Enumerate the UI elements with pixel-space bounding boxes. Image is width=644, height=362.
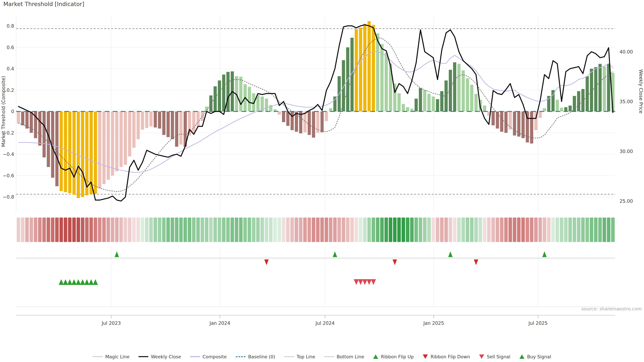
y-left-tick-label: 0.2 [6,87,14,93]
momentum-ribbon [17,218,615,242]
y-left-tick-label: 0.4 [6,66,14,71]
legend-label: Sell Signal [487,354,510,359]
y-right-tick-label: 35.00 [620,99,633,104]
x-tick-label: Jan 2024 [209,321,230,326]
legend-item-ribbon-flip-up: Ribbon Flip Up [373,354,414,359]
legend-label: Magic Line [105,354,130,359]
legend-label: Baseline (0) [248,354,275,359]
y-right-tick-label: 25.00 [620,198,633,204]
triangle-up-icon [373,355,378,359]
buy-signal-marker [63,279,68,285]
buy-signal-marker [80,279,85,285]
legend-label: Buy Signal [527,354,551,359]
legend-label: Weekly Close [151,354,181,359]
y-right-tick-label: 40.00 [620,49,633,55]
x-tick-label: Jan 2025 [423,321,444,326]
ribbon-flip-up-marker [448,251,453,257]
source-note: source: sharemaestro.com [582,306,642,311]
legend-label: Composite [202,354,227,359]
chart-legend: Magic LineWeekly CloseCompositeBaseline … [0,352,644,362]
y-left-tick-label: 0 [11,109,14,114]
ribbon-flip-up-marker [333,251,337,257]
legend-item-bottom-line: Bottom Line [324,354,364,359]
signal-markers [59,251,547,285]
buy-signal-marker [84,279,90,285]
buy-signal-marker [72,279,77,285]
legend-item-weekly-close: Weekly Close [138,354,181,359]
ribbon-flip-up-marker [115,251,119,257]
y-left-axis-title: Market Threshold (Composite) [1,76,6,147]
chart-svg: 0.80.60.40.20−0.2−0.4−0.6−0.8Market Thre… [0,0,644,345]
legend-item-top-line: Top Line [284,354,315,359]
triangle-down-icon [423,355,428,359]
legend-label: Top Line [297,354,315,359]
dotted-line-icon [93,356,103,357]
buy-signal-marker [67,279,72,285]
legend-label: Ribbon Flip Down [430,354,470,359]
solid-line-icon [138,356,148,357]
x-tick-label: Jul 2023 [101,321,121,326]
legend-item-buy-signal: Buy Signal [520,354,551,359]
ribbon-flip-down-marker [264,259,269,265]
legend-item-ribbon-flip-down: Ribbon Flip Down [423,354,470,359]
triangle-up-icon [520,355,524,359]
dotted-line-icon [324,356,334,357]
x-tick-label: Jul 2025 [528,321,548,326]
market-threshold-page: Market Threshold [Indicator] 0.80.60.40.… [0,0,644,362]
buy-signal-marker [93,279,98,285]
sell-signal-marker [362,279,368,285]
legend-label: Ribbon Flip Up [381,354,414,359]
buy-signal-marker [76,279,81,285]
dotted-line-icon [284,356,294,357]
gridlines [16,17,615,307]
sell-signal-marker [371,279,376,285]
triangle-down-icon [479,355,484,359]
sell-signal-marker [354,279,359,285]
y-right-tick-label: 30.00 [620,149,633,154]
legend-item-sell-signal: Sell Signal [479,354,510,359]
y-axis-right: 40.0035.0030.0025.00Weekly Close Price [620,49,644,204]
x-axis: Jul 2023Jan 2024Jul 2024Jan 2025Jul 2025 [101,315,548,326]
market-threshold-chart: 0.80.60.40.20−0.2−0.4−0.6−0.8Market Thre… [0,0,644,345]
legend-label: Bottom Line [336,354,364,359]
ribbon-flip-up-marker [542,251,547,257]
solid-line-icon [190,356,200,357]
y-right-axis-title: Weekly Close Price [638,69,644,113]
y-left-tick-label: −0.4 [3,151,14,157]
y-left-tick-label: −0.6 [3,173,14,178]
y-left-tick-label: −0.8 [3,194,14,200]
sell-signal-marker [358,279,363,285]
x-tick-label: Jul 2024 [315,321,334,326]
legend-item-composite: Composite [190,354,227,359]
ribbon-flip-down-marker [392,259,397,265]
dashed-line-icon [236,356,246,357]
legend-item-baseline-0-: Baseline (0) [236,354,275,359]
buy-signal-marker [59,279,64,285]
ribbon-flip-down-marker [474,259,478,265]
buy-signal-marker [89,279,94,285]
legend-item-magic-line: Magic Line [93,354,130,359]
sell-signal-marker [366,279,372,285]
y-axis-left: 0.80.60.40.20−0.2−0.4−0.6−0.8Market Thre… [1,23,14,200]
y-left-tick-label: 0.8 [6,23,14,29]
y-left-tick-label: 0.6 [6,45,14,50]
